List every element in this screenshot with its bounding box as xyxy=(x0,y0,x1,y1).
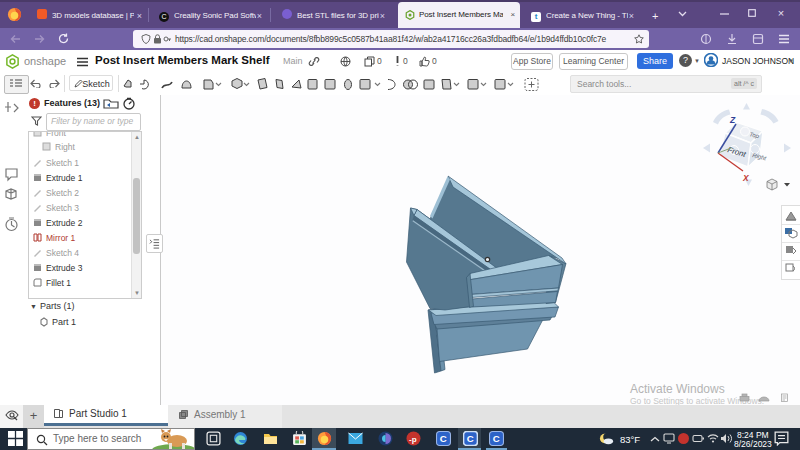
svg-text:C: C xyxy=(467,433,474,444)
svg-text:C: C xyxy=(440,433,447,444)
svg-text:-p: -p xyxy=(409,435,417,444)
svg-text:C: C xyxy=(493,433,500,444)
svg-text:Z: Z xyxy=(729,115,736,125)
